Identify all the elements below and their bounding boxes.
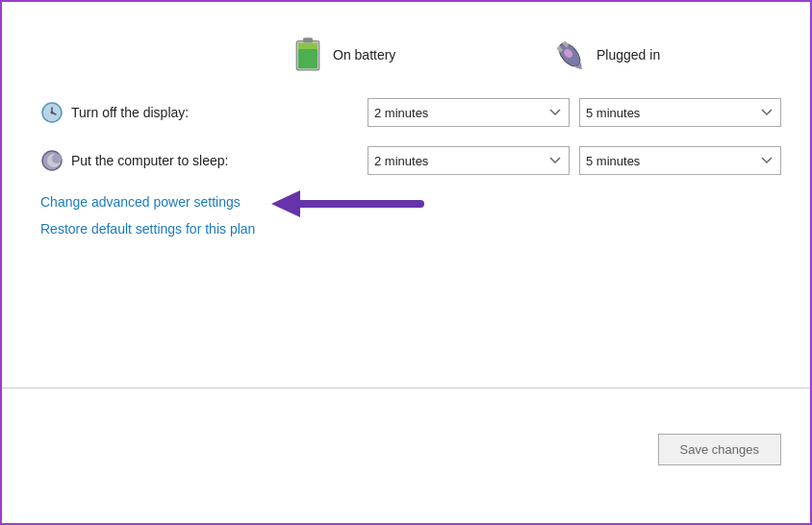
sleep-label: Put the computer to sleep: (71, 153, 228, 168)
on-battery-header: On battery (291, 35, 493, 75)
svg-rect-3 (298, 42, 317, 49)
on-battery-label: On battery (333, 47, 395, 62)
settings-panel: On battery Plugged in (0, 0, 812, 525)
restore-defaults-link[interactable]: Restore default settings for this plan (40, 221, 772, 237)
svg-point-15 (52, 154, 62, 163)
sleep-icon (40, 149, 63, 172)
turn-off-display-label: Turn off the display: (71, 105, 189, 120)
links-area: Change advanced power settings Restore d… (40, 194, 772, 237)
save-changes-button[interactable]: Save changes (658, 434, 781, 465)
sleep-battery-select[interactable]: 1 minute 2 minutes 3 minutes 5 minutes 1… (368, 146, 570, 175)
sleep-dropdowns: 1 minute 2 minutes 3 minutes 5 minutes 1… (368, 146, 781, 175)
advanced-power-settings-link[interactable]: Change advanced power settings (40, 194, 772, 210)
turn-off-display-dropdowns: 1 minute 2 minutes 3 minutes 5 minutes 1… (368, 98, 781, 127)
svg-point-12 (51, 112, 54, 114)
turn-off-display-row: Turn off the display: 1 minute 2 minutes… (40, 98, 772, 127)
clock-icon (40, 101, 63, 124)
battery-icon (291, 35, 325, 75)
svg-rect-1 (303, 38, 313, 42)
svg-rect-2 (298, 49, 317, 68)
button-area: Save changes (658, 434, 781, 465)
sleep-plugged-select[interactable]: 1 minute 2 minutes 3 minutes 5 minutes 1… (579, 146, 781, 175)
plugged-in-icon (550, 38, 589, 72)
column-headers: On battery Plugged in (40, 21, 772, 88)
turn-off-display-label-container: Turn off the display: (40, 101, 368, 124)
plugged-in-header: Plugged in (550, 38, 752, 72)
main-content: On battery Plugged in (2, 2, 810, 237)
turn-off-display-battery-select[interactable]: 1 minute 2 minutes 3 minutes 5 minutes 1… (368, 98, 570, 127)
sleep-label-container: Put the computer to sleep: (40, 149, 368, 172)
plugged-in-label: Plugged in (596, 47, 660, 62)
bottom-separator (2, 388, 810, 388)
turn-off-display-plugged-select[interactable]: 1 minute 2 minutes 3 minutes 5 minutes 1… (579, 98, 781, 127)
sleep-row: Put the computer to sleep: 1 minute 2 mi… (40, 146, 772, 175)
